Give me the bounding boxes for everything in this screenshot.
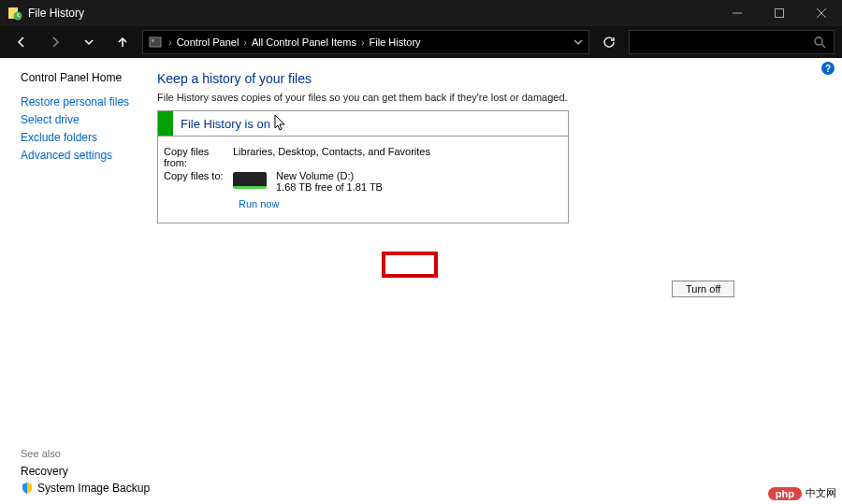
breadcrumb[interactable]: File History: [370, 36, 421, 48]
breadcrumb[interactable]: All Control Panel Items: [252, 36, 356, 48]
select-drive-link[interactable]: Select drive: [21, 113, 150, 126]
turn-off-button[interactable]: Turn off: [672, 281, 734, 297]
svg-rect-4: [152, 39, 154, 42]
svg-point-5: [815, 37, 822, 45]
window-title: File History: [28, 7, 84, 20]
drive-free: 1.68 TB free of 1.81 TB: [276, 181, 383, 193]
recovery-link[interactable]: Recovery: [21, 465, 150, 478]
forward-button[interactable]: [41, 28, 69, 56]
advanced-settings-link[interactable]: Advanced settings: [21, 149, 150, 162]
status-indicator-icon: [158, 111, 173, 136]
watermark-text: 中文网: [806, 486, 836, 500]
chevron-down-icon[interactable]: [573, 37, 583, 47]
svg-rect-3: [150, 37, 161, 47]
back-button[interactable]: [7, 28, 36, 56]
see-also-section: See also Recovery System Image Backup: [21, 448, 150, 495]
highlight-box: [382, 252, 438, 278]
main-panel: Keep a history of your files File Histor…: [150, 58, 842, 504]
control-panel-icon: [149, 35, 164, 50]
status-header: File History is on: [158, 111, 568, 137]
drive-icon: [233, 172, 267, 189]
up-button[interactable]: [109, 28, 137, 56]
control-panel-home-link[interactable]: Control Panel Home: [21, 71, 150, 84]
toolbar: › Control Panel › All Control Panel Item…: [0, 26, 842, 58]
status-title: File History is on: [173, 117, 270, 131]
chevron-right-icon: ›: [168, 36, 172, 48]
copy-from-value: Libraries, Desktop, Contacts, and Favori…: [233, 146, 430, 168]
system-image-backup-link[interactable]: System Image Backup: [37, 482, 150, 495]
chevron-right-icon: ›: [361, 36, 365, 48]
see-also-heading: See also: [21, 448, 150, 459]
drive-name: New Volume (D:): [276, 170, 383, 181]
watermark: php 中文网: [768, 486, 836, 500]
restore-link[interactable]: Restore personal files: [21, 95, 150, 108]
breadcrumb[interactable]: Control Panel: [177, 36, 240, 48]
status-box: File History is on Copy files from: Libr…: [157, 110, 569, 223]
svg-rect-2: [775, 9, 783, 18]
chevron-right-icon: ›: [243, 36, 247, 48]
search-input[interactable]: [629, 30, 835, 54]
maximize-button[interactable]: [758, 0, 800, 26]
exclude-folders-link[interactable]: Exclude folders: [21, 131, 150, 144]
page-heading: Keep a history of your files: [157, 71, 814, 86]
content-area: ? Control Panel Home Restore personal fi…: [0, 58, 842, 504]
close-button[interactable]: [800, 0, 842, 26]
titlebar: File History: [0, 0, 842, 26]
shield-icon: [21, 482, 34, 495]
page-description: File History saves copies of your files …: [157, 92, 814, 103]
run-now-link[interactable]: Run now: [239, 198, 562, 209]
minimize-button[interactable]: [716, 0, 758, 26]
left-panel: Control Panel Home Restore personal file…: [0, 58, 150, 504]
watermark-pill: php: [768, 487, 802, 500]
copy-to-label: Copy files to:: [164, 170, 233, 193]
search-icon: [814, 36, 826, 49]
refresh-button[interactable]: [595, 30, 623, 54]
file-history-icon: [7, 6, 22, 21]
copy-from-label: Copy files from:: [164, 146, 233, 168]
address-bar[interactable]: › Control Panel › All Control Panel Item…: [142, 30, 589, 54]
recent-dropdown[interactable]: [75, 28, 103, 56]
